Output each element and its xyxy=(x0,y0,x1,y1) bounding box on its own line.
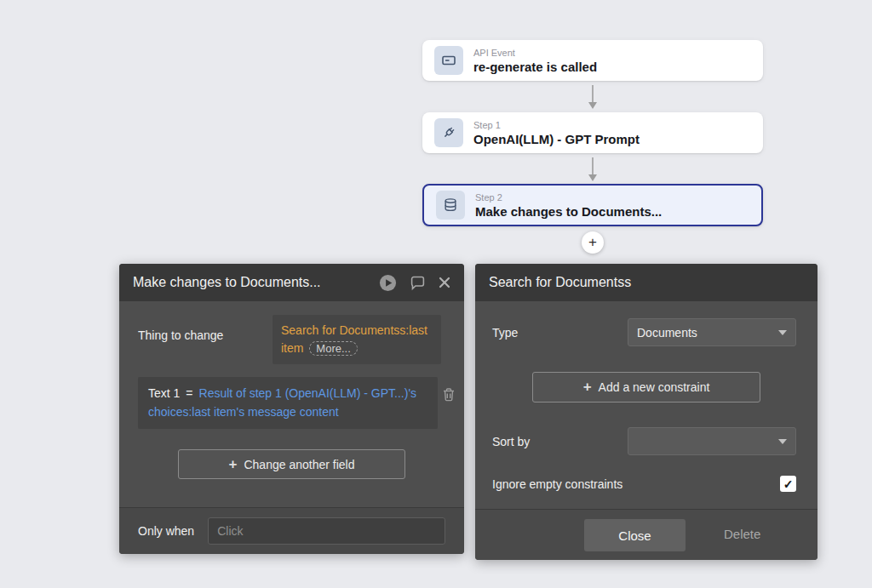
ignore-empty-row: Ignore empty constraints ✓ xyxy=(475,476,818,492)
card-text: Step 2 Make changes to Documents... xyxy=(475,192,662,219)
connector-arrow-down-icon xyxy=(587,157,599,183)
workflow-card-step-2[interactable]: Step 2 Make changes to Documents... xyxy=(422,184,763,226)
sort-by-label: Sort by xyxy=(492,435,530,448)
trash-icon[interactable] xyxy=(442,387,456,405)
chevron-down-icon xyxy=(778,330,787,335)
card-kind-label: Step 2 xyxy=(475,192,662,203)
change-another-field-button[interactable]: + Change another field xyxy=(178,449,405,479)
comment-icon[interactable] xyxy=(410,275,426,291)
plugin-icon xyxy=(434,118,463,147)
chevron-down-icon xyxy=(778,439,787,444)
more-button[interactable]: More... xyxy=(309,341,357,356)
only-when-footer: Only when xyxy=(119,507,464,554)
thing-to-change-row: Thing to change Search for Documentss:la… xyxy=(119,301,464,364)
type-value: Documents xyxy=(637,326,697,340)
thing-to-change-label: Thing to change xyxy=(138,328,223,364)
type-dropdown[interactable]: Documents xyxy=(628,318,796,346)
sort-by-dropdown[interactable] xyxy=(628,427,796,455)
add-constraint-label: Add a new constraint xyxy=(599,380,710,394)
run-icon[interactable] xyxy=(379,274,397,292)
action-editor-panel: Make changes to Documents... Thing to ch… xyxy=(119,264,464,554)
search-panel-header: Search for Documentss xyxy=(475,264,818,301)
action-panel-header: Make changes to Documents... xyxy=(119,264,464,301)
thing-to-change-field[interactable]: Search for Documentss:last item More... xyxy=(272,315,441,364)
ignore-empty-label: Ignore empty constraints xyxy=(492,477,622,491)
workflow-card-step-1[interactable]: Step 1 OpenAI(LLM) - GPT Prompt xyxy=(422,112,763,153)
panel-title: Make changes to Documents... xyxy=(133,275,321,290)
card-kind-label: Step 1 xyxy=(473,120,640,130)
database-icon xyxy=(436,191,465,220)
equals-operator: = xyxy=(186,386,192,400)
connector-arrow-down-icon xyxy=(587,85,599,111)
card-title: re-generate is called xyxy=(473,60,597,74)
field-assignment-row: Text 1=Result of step 1 (OpenAI(LLM) - G… xyxy=(119,364,464,429)
card-text: Step 1 OpenAI(LLM) - GPT Prompt xyxy=(473,120,640,146)
sort-by-row: Sort by xyxy=(475,427,818,455)
plus-icon: + xyxy=(583,379,592,396)
add-step-button[interactable]: + xyxy=(582,231,604,254)
delete-button[interactable]: Delete xyxy=(724,527,760,541)
checkmark-icon: ✓ xyxy=(783,477,794,491)
only-when-label: Only when xyxy=(138,524,194,538)
add-constraint-button[interactable]: + Add a new constraint xyxy=(532,372,760,402)
card-text: API Event re-generate is called xyxy=(473,48,597,74)
card-title: OpenAI(LLM) - GPT Prompt xyxy=(473,132,640,146)
search-editor-panel: Search for Documentss Type Documents + A… xyxy=(475,264,818,560)
close-button[interactable]: Close xyxy=(584,519,686,551)
type-row: Type Documents xyxy=(475,318,818,346)
close-icon[interactable] xyxy=(439,277,450,288)
change-another-field-label: Change another field xyxy=(244,458,354,471)
search-panel-footer: Close Delete xyxy=(475,509,818,560)
plus-icon: + xyxy=(229,456,238,473)
plus-icon: + xyxy=(588,234,597,251)
panel-title: Search for Documentss xyxy=(489,275,631,290)
field-expression[interactable]: Text 1=Result of step 1 (OpenAI(LLM) - G… xyxy=(138,377,438,429)
field-name: Text 1 xyxy=(148,386,180,400)
only-when-input[interactable] xyxy=(208,517,445,545)
ignore-empty-checkbox[interactable]: ✓ xyxy=(780,476,796,492)
workflow-card-api-event[interactable]: API Event re-generate is called xyxy=(422,40,763,81)
card-kind-label: API Event xyxy=(473,48,597,58)
type-label: Type xyxy=(492,326,518,340)
api-event-icon xyxy=(434,46,463,75)
card-title: Make changes to Documents... xyxy=(475,204,662,219)
